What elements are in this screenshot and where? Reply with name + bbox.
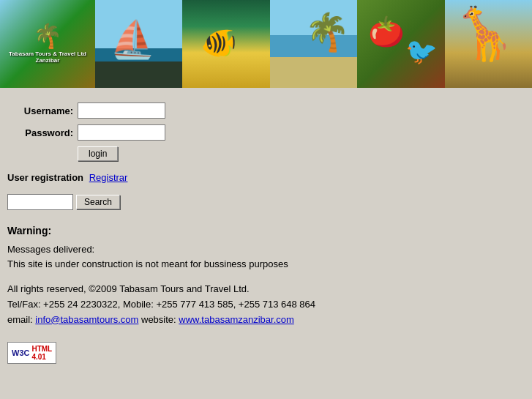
username-row: Username: bbox=[7, 102, 525, 119]
search-button[interactable]: Search bbox=[76, 195, 120, 209]
w3c-label: W3C bbox=[12, 348, 29, 357]
username-input[interactable] bbox=[78, 102, 165, 119]
search-row: Search bbox=[7, 194, 525, 210]
header-coral-image bbox=[182, 0, 269, 88]
warning-section: Warning: Messages delivered: This site i… bbox=[7, 225, 525, 271]
warning-title: Warning: bbox=[7, 225, 525, 236]
w3c-badge: W3C HTML4.01 bbox=[7, 342, 56, 364]
footer-email-link[interactable]: info@tabasamtours.com bbox=[35, 314, 138, 325]
logo: 🌴 Tabasam Tours & Travel Ltd Zanzibar bbox=[0, 0, 95, 88]
main-content: Username: Password: login User registrat… bbox=[0, 88, 532, 395]
footer-info: All rights reserved, ©2009 Tabasam Tours… bbox=[7, 282, 525, 327]
logo-text: Tabasam Tours & Travel Ltd Zanzibar bbox=[9, 51, 86, 64]
w3c-version-label: HTML4.01 bbox=[31, 345, 52, 361]
footer-rights: All rights reserved, ©2009 Tabasam Tours… bbox=[7, 282, 525, 297]
logo-palm-icon: 🌴 bbox=[33, 24, 62, 48]
registration-label: User registration bbox=[7, 172, 83, 183]
footer-contact: Tel/Fax: +255 24 2230322, Mobile: +255 7… bbox=[7, 297, 525, 313]
warning-messages-label: Messages delivered: This site is under c… bbox=[7, 242, 525, 271]
header-bird-image bbox=[357, 0, 444, 88]
login-button-row: login bbox=[78, 146, 525, 161]
header-banner: 🌴 Tabasam Tours & Travel Ltd Zanzibar bbox=[0, 0, 532, 88]
header-giraffe-image bbox=[445, 0, 532, 88]
login-form: Username: Password: login bbox=[7, 102, 525, 161]
username-label: Username: bbox=[7, 105, 73, 116]
login-button[interactable]: login bbox=[78, 146, 118, 161]
footer-email-label: email: bbox=[7, 314, 35, 325]
registrar-link[interactable]: Registrar bbox=[89, 172, 128, 183]
search-input[interactable] bbox=[7, 194, 73, 210]
header-boat-image bbox=[95, 0, 182, 88]
password-row: Password: bbox=[7, 124, 525, 141]
password-input[interactable] bbox=[78, 124, 165, 141]
registration-row: User registration Registrar bbox=[7, 172, 525, 183]
header-beach-image bbox=[270, 0, 357, 88]
footer-email-row: email: info@tabasamtours.com website: ww… bbox=[7, 313, 525, 328]
footer-website-link[interactable]: www.tabasamzanzibar.com bbox=[179, 314, 294, 325]
password-label: Password: bbox=[7, 127, 73, 138]
